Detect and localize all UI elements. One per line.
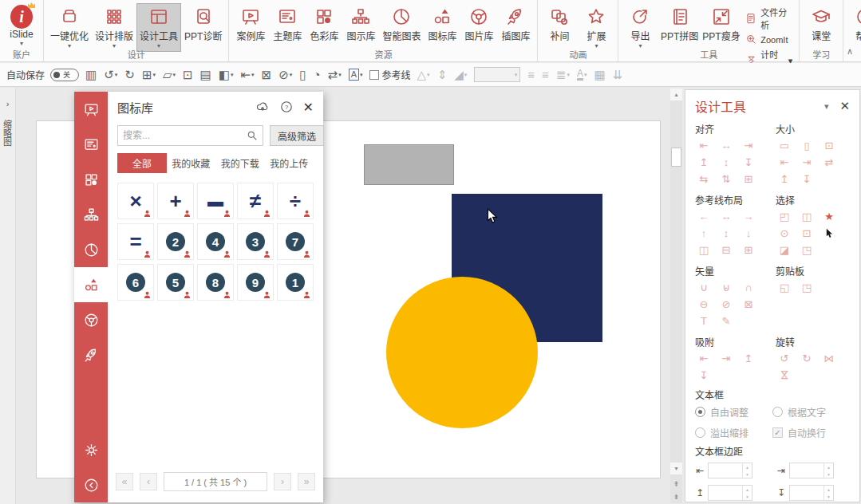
style-combo[interactable]: ▾ [473,65,521,84]
swap-position-icon[interactable]: ⊞ [740,171,757,187]
stretch-width-icon[interactable]: ⇤ [776,155,793,170]
align-bottom-icon[interactable]: ↧ [740,155,757,170]
tab-全部[interactable]: 全部 [117,153,167,173]
distribute-horizontal-icon[interactable]: ⇆ [695,171,713,187]
distribute-vertical-icon[interactable]: ⇅ [717,171,735,187]
icon-cell-number-3-icon[interactable]: 3 [237,223,274,260]
crop-button[interactable]: ⊠ [261,67,273,82]
panel-dropdown-icon[interactable]: ▾ [824,101,829,112]
pointer-icon[interactable] [820,226,838,241]
spin-up-icon[interactable]: ▲ [743,463,752,471]
ribbon-item-课堂[interactable]: 课堂 [803,3,839,45]
save-button[interactable]: ▥ [85,67,97,82]
paste-button[interactable]: ▯ [298,67,306,82]
ribbon-item-帮助[interactable]: ?帮助 [847,3,861,45]
intersect-icon[interactable]: ∩ [740,280,757,295]
swap-button[interactable]: ⇄▾ [327,67,342,82]
word-wrap-checkbox[interactable]: ✓自动换行 [772,426,850,439]
next-slide-icon[interactable]: ⇟ [670,491,682,502]
fit-width-icon[interactable]: ↧ [798,171,816,187]
icon-cell-minus-icon[interactable]: ▬ [197,183,234,219]
duplicate-button[interactable]: ⊡ [182,67,194,82]
ribbon-item-一键优化[interactable]: 一键优化▾ [47,3,92,52]
ribbon-item-主题库[interactable]: 主题库 [269,3,306,45]
ribbon-item-图示库[interactable]: 图示库 [342,3,379,45]
ribbon-item-PPT瘦身[interactable]: PPT瘦身 [701,3,742,45]
close-panel-icon[interactable]: ✕ [303,100,314,115]
align-left-icon[interactable]: ⇤ [695,138,713,153]
stretch-height-icon[interactable]: ⇥ [798,155,816,170]
gray-rectangle-shape[interactable] [364,144,454,185]
previous-page-button[interactable]: ‹ [140,473,157,490]
snap-bottom-icon[interactable]: ↧ [695,368,713,383]
tab-我的上传[interactable]: 我的上传 [265,153,314,173]
fit-height-icon[interactable]: ↥ [776,171,793,187]
close-design-panel-icon[interactable]: ✕ [839,99,850,113]
icon-cell-number-7-icon[interactable]: 7 [277,223,314,260]
select-group-icon[interactable]: ◪ [776,242,793,258]
spin-down-icon[interactable]: ▼ [743,471,752,478]
guide-center-vertical-icon[interactable]: ↔ [717,209,735,224]
yellow-circle-shape[interactable] [386,277,538,428]
fill-color-button[interactable]: ◢▾ [453,67,468,82]
autosave-toggle[interactable]: 关 [50,69,79,81]
sidebar-item-illustration-lib-icon[interactable] [74,337,108,372]
collapse-panel-icon[interactable] [74,467,108,502]
guide-left-icon[interactable]: ← [695,209,713,224]
ribbon-item-图片库[interactable]: 图片库 [460,3,497,45]
align-right-icon[interactable]: ⇥ [740,138,757,153]
guide-bottom-icon[interactable]: ↓ [740,226,757,241]
color-chart-button[interactable]: ◔ [313,67,322,82]
help-circle-icon[interactable]: ? [279,100,294,114]
rotate-right-icon[interactable]: ↻ [798,351,816,366]
align-top-icon[interactable]: ↥ [695,155,713,170]
vertical-scrollbar[interactable]: ▴ ▾ ⇞ ⇟ [670,89,682,503]
advanced-filter-button[interactable]: 高级筛选 [270,125,324,146]
ribbon-item-文件分析[interactable]: 文件分析 [745,6,792,31]
align-middle-icon[interactable]: ↕ [717,155,735,170]
combine-icon[interactable]: ⊎ [717,280,735,295]
picture-button[interactable]: ▦ [593,67,606,82]
ribbon-item-色彩库[interactable]: 色彩库 [306,3,342,45]
spin-down-icon[interactable]: ▼ [824,471,833,478]
icon-cell-number-1-icon[interactable]: 1 [277,264,314,301]
right-margin-input-spinner[interactable]: ▲▼ [789,463,834,478]
icon-cell-number-9-icon[interactable]: 9 [237,264,274,301]
fragment-icon[interactable]: ⊠ [740,297,757,312]
guide-full-icon[interactable]: ⊞ [740,242,757,258]
sidebar-item-smart-chart-icon[interactable] [74,232,108,267]
line-spacing-button[interactable]: ≣▾ [555,67,571,82]
icon-cell-number-5-icon[interactable]: 5 [157,264,194,301]
resize-button[interactable]: ⇕ [436,67,448,82]
scrollbar-thumb[interactable] [671,148,681,167]
icon-cell-divide-icon[interactable]: ÷ [277,183,314,219]
free-adjust-radio[interactable]: 自由调整 [695,405,772,419]
ribbon-item-智能图表[interactable]: 智能图表 [379,3,424,45]
icon-cell-multiply-icon[interactable]: × [117,183,154,219]
font-color-button[interactable]: A▾ [576,68,588,82]
ribbon-item-图标库[interactable]: 图标库 [424,3,460,45]
flip-horizontal-icon[interactable]: ⋈ [820,351,838,366]
snap-top-icon[interactable]: ↥ [740,351,757,366]
insert-shape-button[interactable]: ▱▾ [162,67,176,82]
ribbon-item-设计工具[interactable]: 设计工具▾ [136,3,181,52]
scroll-up-icon[interactable]: ▴ [670,89,682,100]
new-slide-button[interactable]: ⊞▾ [141,67,156,82]
select-area-icon[interactable]: ◰ [776,209,793,224]
left-margin-input-spinner[interactable]: ▲▼ [708,463,752,478]
spin-up-icon[interactable]: ▲ [824,486,833,493]
swap-size-icon[interactable]: ⇄ [820,155,838,170]
last-page-button[interactable]: » [298,473,315,490]
select-same-size-icon[interactable]: ⊡ [798,226,816,241]
tab-我的收藏[interactable]: 我的收藏 [167,153,216,173]
spin-down-icon[interactable]: ▼ [743,493,752,500]
icon-cell-plus-icon[interactable]: + [157,183,194,219]
guide-rows-icon[interactable]: ⊟ [717,242,735,258]
ribbon-item-PPT拼图[interactable]: PPT拼图 [658,3,700,45]
subtract-icon[interactable]: ⊖ [695,297,713,312]
spin-up-icon[interactable]: ▲ [743,486,752,493]
sidebar-item-icon-lib-icon[interactable] [74,267,108,302]
magic-select-icon[interactable]: ★ [820,209,838,224]
icon-cell-number-6-icon[interactable]: 6 [117,264,154,301]
spin-up-icon[interactable]: ▲ [824,463,833,471]
